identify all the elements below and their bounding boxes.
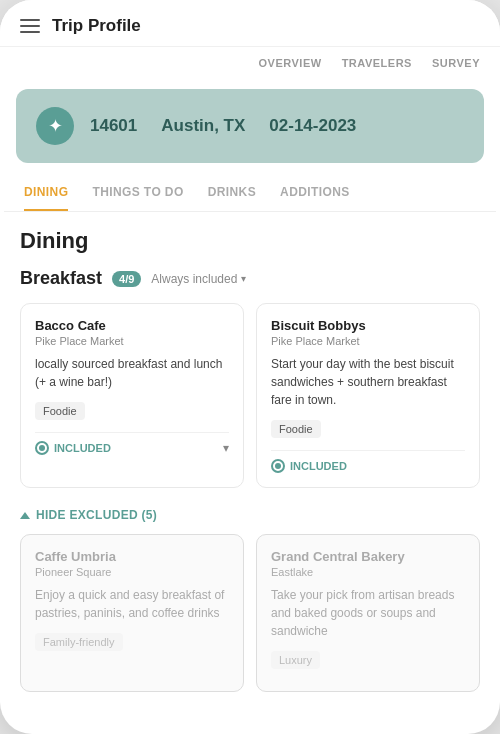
card-desc: locally sourced breakfast and lunch (+ a… bbox=[35, 355, 229, 391]
always-included-label: Always included bbox=[151, 272, 237, 286]
content-area: Dining Breakfast 4/9 Always included ▾ B… bbox=[0, 212, 500, 720]
card-tag: Family-friendly bbox=[35, 633, 123, 651]
compass-icon: ✦ bbox=[36, 107, 74, 145]
card-desc: Take your pick from artisan breads and b… bbox=[271, 586, 465, 640]
included-dot-icon bbox=[35, 441, 49, 455]
card-biscuit-bobbys: Biscuit Bobbys Pike Place Market Start y… bbox=[256, 303, 480, 488]
section-tabs: DINING THINGS TO DO DRINKS ADDITIONS bbox=[4, 175, 496, 212]
card-name: Bacco Cafe bbox=[35, 318, 229, 333]
trip-location: Austin, TX bbox=[161, 116, 245, 136]
trip-info: 14601 Austin, TX 02-14-2023 bbox=[90, 116, 356, 136]
hide-excluded-bar[interactable]: HIDE EXCLUDED (5) bbox=[20, 500, 480, 534]
chevron-down-icon: ▾ bbox=[241, 273, 246, 284]
count-badge: 4/9 bbox=[112, 271, 141, 287]
tab-travelers[interactable]: TRAVELERS bbox=[342, 57, 412, 77]
excluded-cards-grid: Caffe Umbria Pioneer Square Enjoy a quic… bbox=[20, 534, 480, 692]
trip-date: 02-14-2023 bbox=[269, 116, 356, 136]
page-title: Trip Profile bbox=[52, 16, 141, 36]
triangle-up-icon bbox=[20, 512, 30, 519]
card-tag: Foodie bbox=[271, 420, 321, 438]
card-bacco-cafe: Bacco Cafe Pike Place Market locally sou… bbox=[20, 303, 244, 488]
card-caffe-umbria: Caffe Umbria Pioneer Square Enjoy a quic… bbox=[20, 534, 244, 692]
card-name: Biscuit Bobbys bbox=[271, 318, 465, 333]
card-location: Pike Place Market bbox=[35, 335, 229, 347]
tab-things-to-do[interactable]: THINGS TO DO bbox=[92, 185, 183, 211]
hide-excluded-label: HIDE EXCLUDED (5) bbox=[36, 508, 157, 522]
included-cards-grid: Bacco Cafe Pike Place Market locally sou… bbox=[20, 303, 480, 488]
tab-additions[interactable]: ADDITIONS bbox=[280, 185, 350, 211]
card-location: Eastlake bbox=[271, 566, 465, 578]
always-included-dropdown[interactable]: Always included ▾ bbox=[151, 272, 246, 286]
card-desc: Enjoy a quick and easy breakfast of past… bbox=[35, 586, 229, 622]
card-tag: Foodie bbox=[35, 402, 85, 420]
tab-dining[interactable]: DINING bbox=[24, 185, 68, 211]
included-dot-icon bbox=[271, 459, 285, 473]
card-grand-central-bakery: Grand Central Bakery Eastlake Take your … bbox=[256, 534, 480, 692]
card-desc: Start your day with the best biscuit san… bbox=[271, 355, 465, 409]
card-location: Pioneer Square bbox=[35, 566, 229, 578]
card-name: Grand Central Bakery bbox=[271, 549, 465, 564]
card-name: Caffe Umbria bbox=[35, 549, 229, 564]
hamburger-icon[interactable] bbox=[20, 19, 40, 33]
chevron-down-icon[interactable]: ▾ bbox=[223, 441, 229, 455]
subsection-header: Breakfast 4/9 Always included ▾ bbox=[20, 268, 480, 289]
card-location: Pike Place Market bbox=[271, 335, 465, 347]
dining-title: Dining bbox=[20, 228, 480, 254]
phone-frame: Trip Profile OVERVIEW TRAVELERS SURVEY ✦… bbox=[0, 0, 500, 734]
trip-id: 14601 bbox=[90, 116, 137, 136]
card-status: INCLUDED ▾ bbox=[35, 432, 229, 455]
trip-banner: ✦ 14601 Austin, TX 02-14-2023 bbox=[16, 89, 484, 163]
included-label: INCLUDED bbox=[271, 459, 347, 473]
card-status: INCLUDED bbox=[271, 450, 465, 473]
top-bar: Trip Profile bbox=[0, 0, 500, 47]
top-nav-tabs: OVERVIEW TRAVELERS SURVEY bbox=[0, 47, 500, 77]
card-tag: Luxury bbox=[271, 651, 320, 669]
tab-drinks[interactable]: DRINKS bbox=[208, 185, 256, 211]
included-label: INCLUDED bbox=[35, 441, 111, 455]
tab-overview[interactable]: OVERVIEW bbox=[259, 57, 322, 77]
subsection-title: Breakfast bbox=[20, 268, 102, 289]
tab-survey[interactable]: SURVEY bbox=[432, 57, 480, 77]
